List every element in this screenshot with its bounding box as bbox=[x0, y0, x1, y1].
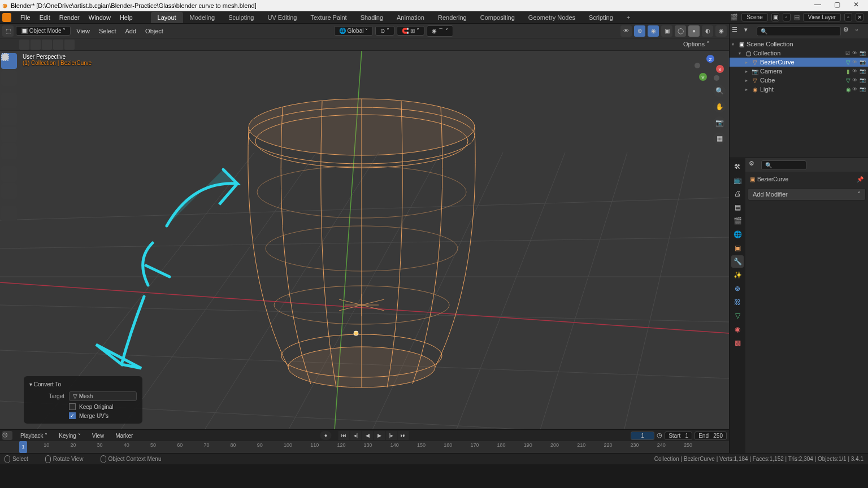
ptab-world[interactable]: 🌐 bbox=[731, 228, 744, 241]
tab-rendering[interactable]: Rendering bbox=[431, 12, 474, 23]
menu-edit[interactable]: Edit bbox=[35, 12, 55, 23]
tab-layout[interactable]: Layout bbox=[151, 12, 183, 23]
zoom-icon[interactable]: 🔍 bbox=[713, 85, 726, 97]
header-object[interactable]: Object bbox=[142, 27, 167, 36]
tl-clock-icon[interactable]: ◷ bbox=[657, 432, 662, 440]
select-mode-1[interactable] bbox=[19, 40, 29, 50]
tab-scripting[interactable]: Scripting bbox=[582, 12, 620, 23]
app-icon[interactable] bbox=[2, 13, 11, 22]
add-modifier-button[interactable]: Add Modifier ˅ bbox=[748, 188, 866, 201]
scene-browse-button[interactable]: ▣ bbox=[771, 13, 779, 21]
tl-playback[interactable]: Playback ˅ bbox=[17, 432, 51, 440]
tab-uv-editing[interactable]: UV Editing bbox=[261, 12, 303, 23]
properties-search[interactable] bbox=[761, 160, 806, 170]
outliner-item-beziercurve[interactable]: ▸ ▽ BezierCurve ▽ 👁📷 bbox=[730, 58, 868, 67]
xray-toggle[interactable]: ▣ bbox=[661, 25, 672, 37]
nav-gizmo[interactable]: X Y Z bbox=[692, 53, 727, 88]
shading-rendered[interactable]: ◉ bbox=[715, 25, 727, 37]
operator-title[interactable]: ▾ Convert To bbox=[29, 380, 137, 389]
gizmo-toggle[interactable]: ⊕ bbox=[634, 25, 645, 37]
jump-start-icon[interactable]: ⏮ bbox=[338, 431, 350, 440]
end-frame[interactable]: End 250 bbox=[695, 432, 727, 440]
current-frame[interactable]: 1 bbox=[631, 432, 654, 440]
select-mode-2[interactable] bbox=[31, 40, 41, 50]
outliner-new-collection[interactable]: ▫ bbox=[856, 26, 866, 36]
ptab-output[interactable]: 🖨 bbox=[731, 188, 744, 200]
properties-editor-icon[interactable]: ⚙ bbox=[749, 160, 759, 170]
ptab-tool[interactable]: 🛠 bbox=[731, 160, 744, 173]
pan-icon[interactable]: ✋ bbox=[713, 101, 726, 113]
op-keep-checkbox[interactable] bbox=[69, 403, 76, 410]
tool-move[interactable] bbox=[1, 93, 17, 108]
options-dropdown[interactable]: Options ˅ bbox=[683, 41, 710, 47]
editor-type-icon[interactable]: ⬚ bbox=[2, 25, 14, 37]
tl-view[interactable]: View bbox=[89, 432, 108, 440]
ptab-particles[interactable]: ✨ bbox=[731, 269, 744, 281]
outliner-item-cube[interactable]: ▸ ▽ Cube ▽ 👁📷 bbox=[730, 76, 868, 85]
outliner-search[interactable] bbox=[757, 27, 841, 36]
tab-compositing[interactable]: Compositing bbox=[474, 12, 522, 23]
ptab-physics[interactable]: ⊚ bbox=[731, 282, 744, 295]
pivot-selector[interactable]: ⊙ ˅ bbox=[375, 26, 394, 36]
tab-add[interactable]: + bbox=[620, 12, 637, 23]
ptab-material[interactable]: ◉ bbox=[731, 323, 744, 336]
header-add[interactable]: Add bbox=[122, 27, 140, 36]
keyframe-prev-icon[interactable]: ◂| bbox=[350, 431, 362, 440]
menu-window[interactable]: Window bbox=[84, 12, 115, 23]
tool-annotate[interactable] bbox=[1, 166, 17, 182]
ptab-modifiers[interactable]: 🔧 bbox=[731, 255, 744, 268]
scene-new-button[interactable]: ▫ bbox=[783, 13, 791, 21]
play-reverse-icon[interactable]: ◀ bbox=[362, 431, 374, 440]
select-mode-3[interactable] bbox=[42, 40, 52, 50]
tab-animation[interactable]: Animation bbox=[390, 12, 431, 23]
menu-file[interactable]: File bbox=[16, 12, 35, 23]
tab-texture-paint[interactable]: Texture Paint bbox=[303, 12, 353, 23]
minimize-button[interactable]: — bbox=[808, 1, 827, 11]
select-mode-4[interactable] bbox=[53, 40, 63, 50]
outliner-item-light[interactable]: ▸ ◉ Light ◉ 👁📷 bbox=[730, 85, 868, 94]
outliner-collection[interactable]: ▾ ▢ Collection ☑👁📷 bbox=[730, 49, 868, 58]
orientation-selector[interactable]: 🌐 Global ˅ bbox=[334, 26, 373, 36]
playhead[interactable]: 1 bbox=[19, 441, 27, 453]
ptab-object[interactable]: ▣ bbox=[731, 242, 744, 254]
pin-icon[interactable]: 📌 bbox=[857, 176, 863, 182]
tab-shading[interactable]: Shading bbox=[354, 12, 390, 23]
start-frame[interactable]: Start 1 bbox=[665, 432, 692, 440]
outliner-editor-icon[interactable]: ☰ bbox=[732, 26, 742, 36]
ptab-viewlayer[interactable]: ▤ bbox=[731, 201, 744, 213]
menu-render[interactable]: Render bbox=[55, 12, 84, 23]
outliner-scene-collection[interactable]: ▾▣ Scene Collection bbox=[730, 40, 868, 49]
shading-wireframe[interactable]: ◯ bbox=[675, 25, 686, 37]
ptab-constraints[interactable]: ⛓ bbox=[731, 296, 744, 308]
header-select[interactable]: Select bbox=[96, 27, 120, 36]
proportional-edit[interactable]: ◉ ⌒ ˅ bbox=[427, 25, 454, 37]
outliner-filter-icon[interactable]: ⚙ bbox=[843, 26, 853, 36]
selectability-toggle[interactable]: 👁 bbox=[620, 25, 632, 37]
viewport-3d[interactable]: User Perspective (1) Collection | Bezier… bbox=[0, 51, 729, 429]
tool-add-cube[interactable] bbox=[1, 206, 17, 221]
tl-marker[interactable]: Marker bbox=[112, 432, 136, 440]
tool-rotate[interactable] bbox=[1, 110, 17, 125]
tool-measure[interactable] bbox=[1, 183, 17, 199]
select-mode-5[interactable] bbox=[64, 40, 75, 50]
ptab-texture[interactable]: ▩ bbox=[731, 337, 744, 349]
overlay-toggle[interactable]: ◉ bbox=[648, 25, 659, 37]
timeline-editor-icon[interactable]: ◷ bbox=[2, 431, 12, 440]
scene-selector[interactable]: Scene bbox=[741, 13, 767, 21]
keyframe-next-icon[interactable]: |▸ bbox=[386, 431, 397, 440]
header-view[interactable]: View bbox=[73, 27, 93, 36]
perspective-toggle-icon[interactable]: ▦ bbox=[713, 132, 726, 145]
mode-selector[interactable]: 🔲 Object Mode ˅ bbox=[16, 26, 71, 36]
tl-keying[interactable]: Keying ˅ bbox=[55, 432, 84, 440]
tab-modeling[interactable]: Modeling bbox=[183, 12, 222, 23]
camera-view-icon[interactable]: 📷 bbox=[713, 116, 726, 129]
shading-material[interactable]: ◐ bbox=[702, 25, 713, 37]
viewlayer-new-button[interactable]: ▫ bbox=[844, 13, 852, 21]
autokey-icon[interactable]: ● bbox=[320, 431, 332, 440]
jump-end-icon[interactable]: ⏭ bbox=[398, 431, 409, 440]
viewlayer-selector[interactable]: View Layer bbox=[803, 13, 841, 21]
ptab-render[interactable]: 📺 bbox=[731, 174, 744, 186]
outliner-item-camera[interactable]: ▸ 📷 Camera ▮ 👁📷 bbox=[730, 67, 868, 76]
tool-scale[interactable] bbox=[1, 127, 17, 142]
menu-help[interactable]: Help bbox=[115, 12, 137, 23]
